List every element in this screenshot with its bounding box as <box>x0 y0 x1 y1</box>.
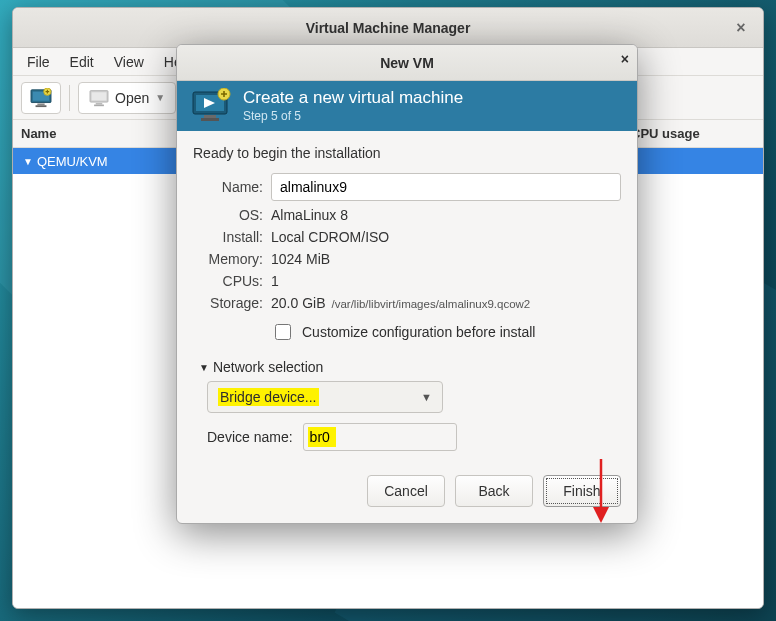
menu-file[interactable]: File <box>19 52 58 72</box>
network-section-label: Network selection <box>213 359 324 375</box>
close-icon: × <box>736 19 745 37</box>
menu-view[interactable]: View <box>106 52 152 72</box>
svg-rect-13 <box>201 118 219 121</box>
cancel-button[interactable]: Cancel <box>367 475 445 507</box>
customize-label: Customize configuration before install <box>302 324 535 340</box>
network-combo[interactable]: Bridge device... ▼ <box>207 381 443 413</box>
new-vm-button[interactable] <box>21 82 61 114</box>
name-input[interactable] <box>271 173 621 201</box>
customize-row: Customize configuration before install <box>271 321 621 343</box>
chevron-down-icon: ▼ <box>421 391 432 403</box>
storage-value: 20.0 GiB /var/lib/libvirt/images/almalin… <box>271 295 621 311</box>
svg-rect-7 <box>96 102 103 104</box>
chevron-down-icon: ▼ <box>155 92 165 103</box>
device-name-label: Device name: <box>207 429 293 445</box>
dialog-button-bar: Cancel Back Finish <box>177 475 637 523</box>
close-icon: × <box>621 51 629 67</box>
monitor-icon <box>89 89 109 107</box>
ready-text: Ready to begin the installation <box>193 145 621 161</box>
toolbar-separator <box>69 85 70 111</box>
row-label: QEMU/KVM <box>37 154 108 169</box>
menu-edit[interactable]: Edit <box>62 52 102 72</box>
install-value: Local CDROM/ISO <box>271 229 621 245</box>
device-name-row: Device name: <box>207 423 621 451</box>
storage-label: Storage: <box>193 295 263 311</box>
svg-rect-6 <box>92 92 107 100</box>
monitor-new-large-icon <box>191 88 231 124</box>
summary-grid: Name: OS: AlmaLinux 8 Install: Local CDR… <box>193 173 621 311</box>
cpus-label: CPUs: <box>193 273 263 289</box>
svg-rect-2 <box>37 103 44 105</box>
svg-rect-12 <box>204 115 216 118</box>
dialog-header-title: Create a new virtual machine <box>243 89 463 108</box>
dialog-header-subtitle: Step 5 of 5 <box>243 109 463 123</box>
caret-down-icon: ▼ <box>199 362 209 373</box>
storage-path: /var/lib/libvirt/images/almalinux9.qcow2 <box>331 298 530 310</box>
col-cpu-header[interactable]: CPU usage <box>631 126 755 141</box>
install-label: Install: <box>193 229 263 245</box>
main-title: Virtual Machine Manager <box>306 20 471 36</box>
main-titlebar: Virtual Machine Manager × <box>13 8 763 48</box>
open-vm-button[interactable]: Open ▼ <box>78 82 176 114</box>
name-label: Name: <box>193 179 263 195</box>
cpus-value: 1 <box>271 273 621 289</box>
dialog-header: Create a new virtual machine Step 5 of 5 <box>177 81 637 131</box>
main-close-button[interactable]: × <box>729 16 753 40</box>
os-label: OS: <box>193 207 263 223</box>
dialog-title: New VM <box>380 55 434 71</box>
svg-rect-3 <box>36 105 47 107</box>
storage-size: 20.0 GiB <box>271 295 325 311</box>
caret-down-icon: ▼ <box>23 156 33 167</box>
dialog-body: Ready to begin the installation Name: OS… <box>177 131 637 475</box>
back-button[interactable]: Back <box>455 475 533 507</box>
monitor-new-icon <box>30 88 52 108</box>
network-combo-value: Bridge device... <box>218 388 319 406</box>
new-vm-dialog: New VM × Create a new virtual machine St… <box>176 44 638 524</box>
device-name-input[interactable] <box>303 423 457 451</box>
memory-label: Memory: <box>193 251 263 267</box>
dialog-titlebar: New VM × <box>177 45 637 81</box>
finish-button[interactable]: Finish <box>543 475 621 507</box>
open-label: Open <box>115 90 149 106</box>
memory-value: 1024 MiB <box>271 251 621 267</box>
os-value: AlmaLinux 8 <box>271 207 621 223</box>
svg-rect-8 <box>94 104 104 106</box>
customize-checkbox[interactable] <box>275 324 291 340</box>
dialog-close-button[interactable]: × <box>621 51 629 67</box>
network-section-header[interactable]: ▼ Network selection <box>199 359 621 375</box>
